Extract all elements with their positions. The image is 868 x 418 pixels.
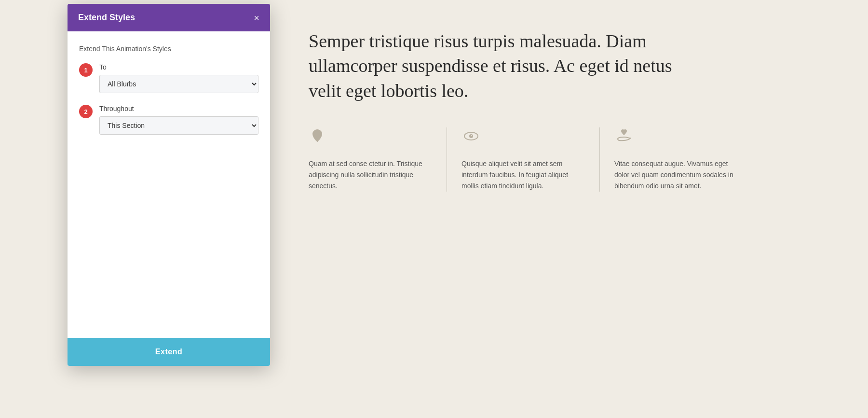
blurb-2-icon bbox=[461, 127, 585, 149]
to-select[interactable]: All Blurbs This Blurb All Modules This M… bbox=[99, 75, 258, 93]
field-group-throughout: 2 Throughout This Section Entire Page Al… bbox=[99, 105, 258, 135]
extend-button[interactable]: Extend bbox=[68, 338, 270, 366]
field-group-to: 1 To All Blurbs This Blurb All Modules T… bbox=[99, 63, 258, 93]
modal-body: Extend This Animation's Styles 1 To All … bbox=[68, 31, 270, 338]
content-area: Semper tristique risus turpis malesuada.… bbox=[280, 0, 868, 418]
modal-header: Extend Styles × bbox=[68, 4, 270, 31]
blurb-3-icon bbox=[614, 127, 738, 149]
blurb-1: Quam at sed conse ctetur in. Tristique a… bbox=[309, 127, 447, 192]
modal-footer: Extend bbox=[68, 338, 270, 366]
blurb-2: Quisque aliquet velit sit amet sem inter… bbox=[447, 127, 599, 192]
step-badge-1: 1 bbox=[79, 63, 93, 77]
blurb-3-text: Vitae consequat augue. Vivamus eget dolo… bbox=[614, 158, 738, 192]
extend-styles-modal: Extend Styles × Extend This Animation's … bbox=[68, 4, 270, 366]
blurb-1-icon bbox=[309, 127, 432, 149]
modal-subtitle: Extend This Animation's Styles bbox=[79, 45, 258, 53]
modal-title: Extend Styles bbox=[78, 13, 135, 23]
field-throughout-label: Throughout bbox=[99, 105, 258, 112]
blurbs-container: Quam at sed conse ctetur in. Tristique a… bbox=[309, 127, 752, 192]
blurb-1-text: Quam at sed conse ctetur in. Tristique a… bbox=[309, 158, 432, 192]
hero-text: Semper tristique risus turpis malesuada.… bbox=[309, 29, 675, 103]
svg-point-2 bbox=[469, 134, 473, 138]
svg-point-3 bbox=[471, 135, 472, 136]
blurb-2-text: Quisque aliquet velit sit amet sem inter… bbox=[461, 158, 585, 192]
step-badge-2: 2 bbox=[79, 105, 93, 118]
throughout-select[interactable]: This Section Entire Page All Pages bbox=[99, 116, 258, 135]
close-button[interactable]: × bbox=[254, 13, 259, 23]
blurb-3: Vitae consequat augue. Vivamus eget dolo… bbox=[600, 127, 752, 192]
field-to-label: To bbox=[99, 63, 258, 71]
